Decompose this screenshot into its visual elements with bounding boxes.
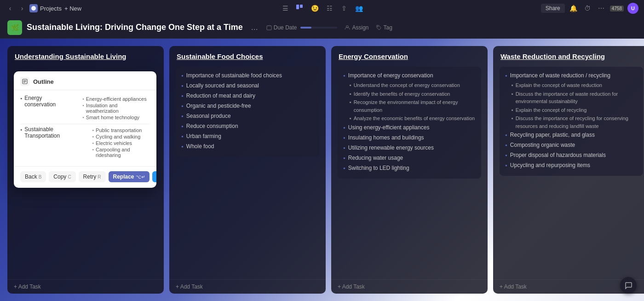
- column-title-2: Sustainable Food Choices: [177, 52, 263, 60]
- outline-subitem: Cycling and walking: [92, 134, 150, 139]
- assign-label: Assign: [352, 24, 368, 31]
- new-button[interactable]: + New: [64, 5, 81, 12]
- projects-icon: [29, 4, 38, 12]
- column-waste-reduction: Waste Reduction and Recycling Importance…: [493, 46, 644, 294]
- more-button[interactable]: ...: [251, 23, 258, 32]
- timer-icon[interactable]: ⏱: [582, 3, 592, 13]
- outline-title: Outline: [33, 78, 54, 85]
- more-icon[interactable]: ⋯: [596, 3, 606, 13]
- outline-subitem: Public transportation: [92, 127, 150, 133]
- add-task-3[interactable]: + Add Task: [331, 279, 488, 294]
- outline-popup: Outline Energy conservation Energy-effic…: [14, 71, 156, 188]
- svg-rect-1: [296, 5, 299, 9]
- topbar: ‹ › Projects + New ☰ 😉 ☷ ⇪ 👥 Share 🔔 ⏱ ⋯…: [0, 0, 644, 17]
- replace-button[interactable]: Replace ⌥↵: [109, 171, 150, 182]
- add-task-label-4: + Add Task: [500, 284, 527, 290]
- outline-body: Energy conservation Energy-efficient app…: [14, 90, 156, 166]
- topbar-right: Share 🔔 ⏱ ⋯ 4758 U: [368, 3, 638, 14]
- assign-action[interactable]: Assign: [345, 24, 368, 31]
- task-card-energy: Importance of energy conservation Unders…: [338, 67, 481, 179]
- list-item: Reduction of meat and dairy: [181, 92, 314, 100]
- avatar[interactable]: U: [627, 3, 638, 14]
- copy-button[interactable]: Copy C: [49, 171, 75, 182]
- add-task-1[interactable]: + Add Task: [7, 279, 164, 294]
- list-item: Using energy-efficient appliances: [343, 123, 476, 132]
- due-date-action[interactable]: Due Date: [266, 24, 338, 31]
- list-item: Understand the concept of energy conserv…: [350, 81, 476, 89]
- list-item: Proper disposal of hazardous materials: [505, 151, 638, 159]
- outline-subitem: Smart home technology: [82, 115, 150, 120]
- outline-subitem: Insulation and weatherization: [82, 103, 150, 114]
- list-item: Explain the concept of recycling: [512, 106, 638, 114]
- list-item: Reducing water usage: [343, 154, 476, 162]
- chat-bubble[interactable]: [620, 277, 637, 294]
- topbar-center: ☰ 😉 ☷ ⇪ 👥: [280, 3, 364, 13]
- list-item: Composting organic waste: [505, 141, 638, 149]
- projects-button[interactable]: Projects: [29, 4, 62, 12]
- counter-badge: 4758: [610, 6, 624, 12]
- insert-button[interactable]: Insert ↵: [152, 171, 156, 182]
- add-task-label-1: + Add Task: [14, 284, 41, 290]
- column-body-2: Importance of sustainable food choices L…: [169, 65, 326, 279]
- svg-rect-3: [267, 26, 271, 30]
- svg-rect-2: [300, 5, 303, 8]
- progress-bar: [300, 27, 337, 29]
- nav-forward[interactable]: ›: [17, 4, 27, 13]
- svg-point-7: [377, 26, 378, 27]
- bell-icon[interactable]: 🔔: [569, 3, 579, 13]
- add-task-label-3: + Add Task: [338, 284, 365, 290]
- list-item: Recognize the environmental impact of en…: [350, 98, 476, 114]
- outline-subitem: Carpooling and ridesharing: [92, 147, 150, 158]
- add-task-2[interactable]: + Add Task: [169, 279, 326, 294]
- share-button[interactable]: Share: [541, 4, 565, 13]
- topbar-left: ‹ › Projects + New: [6, 4, 276, 13]
- list-item: Identify the benefits of energy conserva…: [350, 90, 476, 98]
- list-item: Importance of waste reduction / recyclin…: [505, 71, 638, 80]
- outline-header: Outline: [14, 71, 156, 90]
- column-energy-conservation: Energy Conservation Importance of energy…: [331, 46, 488, 294]
- list-item: Importance of energy conservation: [343, 71, 476, 80]
- list-item: Upcycling and repurposing items: [505, 161, 638, 169]
- column-title-3: Energy Conservation: [339, 52, 408, 60]
- outline-subitem: Energy-efficient appliances: [82, 96, 150, 102]
- due-date-label: Due Date: [274, 24, 297, 31]
- waste-sublist: Explain the concept of waste reduction D…: [512, 81, 638, 130]
- column-header-3: Energy Conservation: [331, 46, 488, 65]
- board-icon[interactable]: [295, 3, 305, 13]
- list-item: Whole food: [181, 142, 314, 150]
- share-icon[interactable]: ⇪: [339, 3, 349, 13]
- outline-sublist: Energy-efficient appliances Insulation a…: [82, 96, 150, 121]
- list-item: Organic and pesticide-free: [181, 102, 314, 110]
- column-sustainable-food: Sustainable Food Choices Importance of s…: [169, 46, 326, 294]
- tag-label: Tag: [384, 24, 392, 31]
- list-item: Reduce consumption: [181, 122, 314, 130]
- project-avatar: 🌿: [7, 20, 22, 35]
- retry-button[interactable]: Retry R: [79, 171, 106, 182]
- waste-task-list: Importance of waste reduction / recyclin…: [505, 71, 638, 169]
- outline-sublist-2: Public transportation Cycling and walkin…: [92, 127, 150, 159]
- emoji-icon[interactable]: 😉: [310, 3, 320, 13]
- outline-item: Energy conservation Energy-efficient app…: [20, 95, 150, 121]
- food-task-list: Importance of sustainable food choices L…: [181, 71, 314, 150]
- titlebar: 🌿 Sustainable Living: Driving Change One…: [0, 17, 644, 39]
- energy-sublist: Understand the concept of energy conserv…: [350, 81, 476, 122]
- tag-action[interactable]: Tag: [376, 24, 392, 31]
- column-header-4: Waste Reduction and Recycling: [493, 46, 644, 65]
- list-item: Utilizing renewable energy sources: [343, 144, 476, 152]
- table-icon[interactable]: ☷: [324, 3, 334, 13]
- title-actions: Due Date Assign Tag: [266, 24, 392, 31]
- progress-fill: [300, 27, 311, 29]
- list-icon[interactable]: ☰: [280, 3, 290, 13]
- column-header-2: Sustainable Food Choices: [169, 46, 326, 65]
- column-body-4: Importance of waste reduction / recyclin…: [493, 65, 644, 279]
- nav-back[interactable]: ‹: [6, 4, 15, 13]
- list-item: Recycling paper, plastic, and glass: [505, 131, 638, 139]
- people-icon[interactable]: 👥: [354, 3, 364, 13]
- outline-list: Energy conservation Energy-efficient app…: [20, 95, 150, 159]
- task-card-waste: Importance of waste reduction / recyclin…: [500, 67, 643, 176]
- column-title-1: Understanding Sustainable Living: [15, 52, 126, 60]
- back-button[interactable]: Back B: [20, 171, 46, 182]
- column-header-1: Understanding Sustainable Living: [7, 46, 164, 65]
- svg-point-0: [31, 6, 36, 11]
- list-item: Analyze the economic benefits of energy …: [350, 115, 476, 122]
